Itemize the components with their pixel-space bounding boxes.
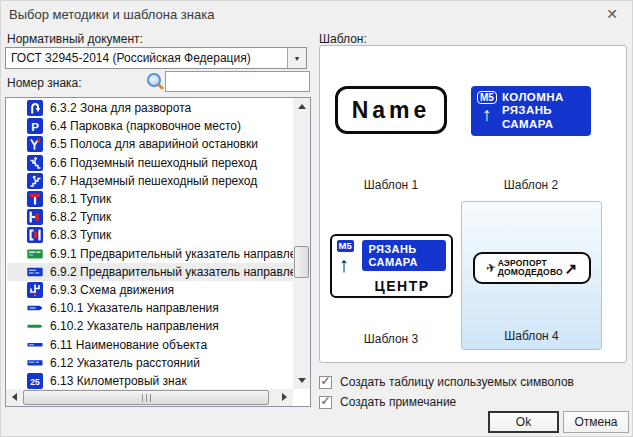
template-1-sign-text: Name [352,97,431,124]
scrollbar-grip [142,394,151,402]
template-3-cell[interactable]: М5 ↑ РЯЗАНЬ САМАРА ЦЕНТР Шаблон 3 [324,198,458,352]
route-badge: М5 [477,91,497,104]
list-item-selected[interactable]: 6.9.2 Предварительный указатель направле… [7,263,293,281]
template-2-sign: М5 ↑ КОЛОМНА РЯЗАНЬ САМАРА [471,86,591,136]
template-group: Name Шаблон 1 М5 ↑ КОЛОМНА РЯЗАНЬ САМАРА… [319,45,627,363]
checkbox-create-note[interactable]: ✓ Создать примечание [319,395,456,409]
scroll-right-icon[interactable] [282,393,287,401]
destination-line: САМАРА [502,118,564,131]
list-item[interactable]: P 6.4 Парковка (парковочное место) [7,117,293,135]
list-item-label: 6.3.2 Зона для разворота [50,101,191,115]
check-icon: ✓ [320,396,330,406]
checkbox-label: Создать таблицу используемых символов [340,375,574,389]
template-1-cell[interactable]: Name Шаблон 1 [324,48,458,198]
airplane-icon: ✈ [484,260,497,276]
template-4-sign: ✈ АЭРОПОРТ ДОМОДЕДОВО ↗ [473,252,591,284]
list-item[interactable]: 6.3.2 Зона для разворота [7,99,293,117]
template-2-label: Шаблон 2 [504,178,558,192]
list-item-label: 6.6 Подземный пешеходный переход [50,156,257,170]
close-icon[interactable]: ✕ [601,4,623,24]
vertical-scrollbar-thumb[interactable] [294,246,309,278]
select-method-and-template-dialog: Выбор методики и шаблона знака ✕ Нормати… [0,0,633,437]
list-item-label: 6.8.1 Тупик [50,192,111,206]
normative-document-value: ГОСТ 32945-2014 (Российская Федерация) [11,51,251,65]
template-3-sign: М5 ↑ РЯЗАНЬ САМАРА ЦЕНТР [330,234,453,298]
horizontal-scrollbar-thumb[interactable] [23,390,269,405]
list-item-label: 6.4 Парковка (парковочное место) [50,119,241,133]
list-item[interactable]: 6.9.3 Схема движения [7,281,293,299]
list-item[interactable]: 25 6.13 Километровый знак [7,372,293,389]
destination-line: ДОМОДЕДОВО [498,268,563,278]
dialog-title: Выбор методики и шаблона знака [9,7,214,22]
dead-end-left-sign-icon [27,227,43,243]
destination-line: РЯЗАНЬ [502,104,564,117]
checkbox-box[interactable]: ✓ [319,376,332,389]
destination-line: КОЛОМНА [502,91,564,104]
svg-text:25: 25 [30,376,40,386]
list-item[interactable]: 6.8.2 Тупик [7,208,293,226]
sign-list: 6.3.2 Зона для разворота P 6.4 Парковка … [5,97,311,407]
advance-direction-blue-sign-icon [27,264,43,280]
list-item[interactable]: 6.7 Надземный пешеходный переход [7,172,293,190]
list-item-label: 6.8.3 Тупик [50,228,111,242]
direction-green-sign-icon [27,318,43,334]
destination-line: РЯЗАНЬ [369,243,446,256]
list-item-label: 6.10.1 Указатель направления [50,301,219,315]
list-item[interactable]: 6.5 Полоса для аварийной остановки [7,135,293,153]
list-item-label: 6.5 Полоса для аварийной остановки [50,137,258,151]
list-item[interactable]: 6.10.2 Указатель направления [7,317,293,335]
advance-direction-green-sign-icon [27,246,43,262]
list-item-label: 6.9.1 Предварительный указатель направле… [50,247,293,261]
distance-sign-icon [27,355,43,371]
list-item[interactable]: 6.6 Подземный пешеходный переход [7,154,293,172]
direction-blue-sign-icon [27,300,43,316]
template-4-cell-selected[interactable]: ✈ АЭРОПОРТ ДОМОДЕДОВО ↗ Шаблон 4 [461,201,602,350]
checkbox-label: Создать примечание [340,395,456,409]
list-item-label: 6.8.2 Тупик [50,210,111,224]
sign-number-input[interactable] [165,71,310,92]
normative-document-label: Нормативный документ: [7,32,143,46]
normative-document-combobox[interactable]: ГОСТ 32945-2014 (Российская Федерация) ▼ [5,47,307,69]
scroll-left-icon[interactable] [12,393,17,401]
kilometer-sign-icon: 25 [27,373,43,389]
svg-text:P: P [31,121,39,133]
list-item-label: 6.7 Надземный пешеходный переход [50,174,257,188]
checkbox-create-symbol-table[interactable]: ✓ Создать таблицу используемых символов [319,375,574,389]
list-item[interactable]: 6.12 Указатель расстояний [7,354,293,372]
center-text: ЦЕНТР [354,278,451,294]
scroll-up-icon[interactable] [298,104,306,109]
template-2-cell[interactable]: М5 ↑ КОЛОМНА РЯЗАНЬ САМАРА Шаблон 2 [458,48,604,198]
checkbox-box[interactable]: ✓ [319,396,332,409]
combobox-dropdown-button[interactable]: ▼ [287,48,306,68]
list-item[interactable]: 6.9.1 Предварительный указатель направле… [7,245,293,263]
cancel-button[interactable]: Отмена [563,411,629,433]
horizontal-scrollbar[interactable] [6,389,293,406]
destination-line: САМАРА [369,256,446,269]
list-item-label: 6.9.2 Предварительный указатель направле… [50,265,293,279]
dead-end-sign-icon [27,191,43,207]
up-arrow-icon: ↑ [482,104,492,126]
list-item[interactable]: 6.8.3 Тупик [7,226,293,244]
up-right-arrow-icon: ↗ [565,261,578,276]
parking-sign-icon: P [27,118,43,134]
list-item[interactable]: 6.11 Наименование объекта [7,335,293,353]
vertical-scrollbar[interactable] [293,98,310,389]
scroll-down-icon[interactable] [298,378,306,383]
list-item-label: 6.10.2 Указатель направления [50,319,219,333]
up-arrow-icon: ↑ [339,253,350,277]
list-item-label: 6.12 Указатель расстояний [50,356,200,370]
list-item[interactable]: 6.10.1 Указатель направления [7,299,293,317]
route-scheme-sign-icon [27,282,43,298]
check-icon: ✓ [320,376,330,386]
u-turn-zone-sign-icon [27,100,43,116]
destination-panel: РЯЗАНЬ САМАРА [362,240,446,271]
ok-button[interactable]: Ok [488,411,559,433]
template-1-sign: Name [335,86,447,134]
list-item[interactable]: 6.8.1 Тупик [7,190,293,208]
object-name-sign-icon [27,337,43,353]
dead-end-right-sign-icon [27,209,43,225]
list-item-label: 6.13 Километровый знак [50,374,187,388]
template-1-label: Шаблон 1 [364,178,418,192]
list-item-label: 6.11 Наименование объекта [50,338,207,352]
template-3-label: Шаблон 3 [364,332,418,346]
